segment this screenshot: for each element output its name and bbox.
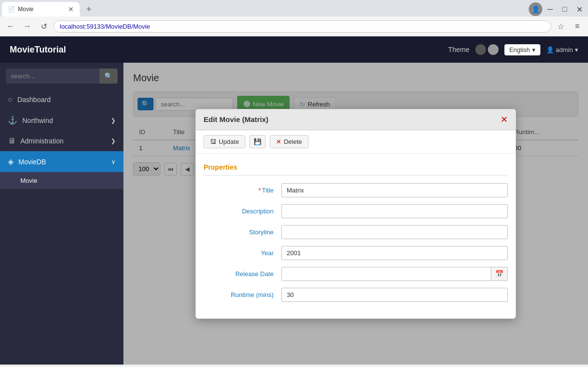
chevron-right-icon: ❯ — [111, 117, 116, 124]
release-date-field-label: Release Date — [204, 270, 281, 278]
tab-title: Movie — [18, 6, 34, 13]
search-icon: 🔍 — [104, 72, 113, 80]
title-field[interactable] — [281, 183, 508, 197]
new-tab-button[interactable]: + — [82, 2, 96, 17]
form-row-title: Title — [204, 183, 508, 197]
address-input[interactable] — [60, 23, 545, 30]
modal-toolbar: 🖫 Update 💾 ✕ Delete — [196, 130, 516, 154]
modal-close-button[interactable]: ✕ — [501, 114, 508, 125]
save-button[interactable]: 💾 — [249, 135, 266, 148]
sidebar-item-label: Administration — [20, 137, 64, 145]
sidebar-item-administration[interactable]: 🖥 Administration ❯ — [0, 131, 123, 151]
sidebar-item-movie[interactable]: Movie — [0, 172, 123, 189]
theme-light-button[interactable] — [488, 44, 499, 55]
user-menu[interactable]: 👤 admin ▾ — [546, 46, 578, 53]
chevron-right-icon: ❯ — [111, 138, 116, 144]
storyline-field[interactable] — [281, 225, 508, 239]
browser-tab[interactable]: 📄 Movie ✕ — [2, 2, 80, 17]
language-label: English — [509, 46, 530, 53]
bookmark-button[interactable]: ☆ — [554, 19, 568, 33]
dashboard-icon: ○ — [8, 95, 13, 104]
form-row-year: Year — [204, 246, 508, 260]
sidebar: 🔍 ○ Dashboard ⚓ Northwind ❯ 🖥 Administra… — [0, 63, 123, 365]
description-field-label: Description — [204, 208, 281, 215]
main-content: Movie 🔍 ⊕ New Movie ↻ Refresh — [123, 63, 588, 365]
northwind-icon: ⚓ — [8, 116, 17, 125]
sidebar-search-button[interactable]: 🔍 — [100, 69, 118, 84]
user-icon: 👤 — [546, 46, 554, 53]
chevron-down-icon: ∨ — [111, 158, 116, 165]
description-field[interactable] — [281, 204, 508, 218]
window-minimize-button[interactable]: ─ — [543, 2, 557, 16]
menu-button[interactable]: ≡ — [571, 19, 584, 33]
theme-label: Theme — [448, 46, 469, 53]
sidebar-item-moviedb[interactable]: ◈ MovieDB ∨ — [0, 151, 123, 172]
storyline-field-label: Storyline — [204, 228, 281, 236]
language-arrow-icon: ▾ — [532, 46, 536, 53]
tab-icon: 📄 — [8, 6, 15, 13]
sidebar-search-input[interactable] — [6, 69, 100, 84]
form-row-description: Description — [204, 204, 508, 218]
calendar-button[interactable]: 📅 — [491, 267, 508, 281]
top-navbar: MovieTutorial Theme English ▾ 👤 admin ▾ — [0, 36, 588, 63]
sidebar-search-container: 🔍 — [0, 63, 123, 89]
address-bar[interactable] — [53, 20, 551, 33]
properties-section-title: Properties — [204, 163, 508, 175]
update-button[interactable]: 🖫 Update — [204, 135, 245, 148]
delete-x-icon: ✕ — [276, 138, 281, 145]
release-date-field[interactable] — [281, 267, 491, 281]
form-row-storyline: Storyline — [204, 225, 508, 239]
form-row-runtime: Runtime (mins) — [204, 288, 508, 302]
administration-icon: 🖥 — [8, 137, 16, 145]
modal-header: Edit Movie (Matrix) ✕ — [196, 109, 516, 130]
back-button[interactable]: ← — [4, 19, 17, 33]
theme-dark-button[interactable] — [475, 44, 486, 55]
delete-label: Delete — [284, 138, 302, 145]
form-row-release-date: Release Date 📅 — [204, 267, 508, 281]
save-icon: 💾 — [254, 138, 261, 145]
sidebar-item-label: MovieDB — [18, 158, 46, 166]
sidebar-item-northwind[interactable]: ⚓ Northwind ❯ — [0, 110, 123, 131]
brand-logo: MovieTutorial — [10, 45, 448, 55]
user-label: admin — [556, 46, 573, 53]
modal-body: Properties Title Description Storyline — [196, 154, 516, 318]
year-field[interactable] — [281, 246, 508, 260]
sidebar-item-dashboard[interactable]: ○ Dashboard — [0, 89, 123, 110]
sidebar-item-label: Northwind — [22, 117, 53, 124]
sidebar-item-label: Dashboard — [17, 96, 51, 104]
language-selector[interactable]: English ▾ — [504, 44, 540, 55]
window-user-icon: 👤 — [529, 2, 542, 16]
delete-button[interactable]: ✕ Delete — [270, 135, 309, 148]
modal-overlay: Edit Movie (Matrix) ✕ 🖫 Update 💾 ✕ — [123, 63, 588, 365]
title-field-label: Title — [204, 187, 281, 194]
reload-button[interactable]: ↺ — [37, 19, 51, 33]
modal-title: Edit Movie (Matrix) — [204, 115, 268, 123]
window-maximize-button[interactable]: □ — [558, 2, 571, 16]
update-label: Update — [219, 138, 239, 145]
update-icon: 🖫 — [210, 138, 216, 145]
forward-button[interactable]: → — [20, 19, 34, 33]
sidebar-sub-item-label: Movie — [20, 177, 37, 184]
user-arrow-icon: ▾ — [575, 46, 578, 53]
runtime-field-label: Runtime (mins) — [204, 291, 281, 298]
window-close-button[interactable]: ✕ — [572, 2, 586, 16]
moviedb-icon: ◈ — [8, 157, 14, 166]
runtime-field[interactable] — [281, 288, 508, 302]
year-field-label: Year — [204, 249, 281, 257]
edit-movie-modal: Edit Movie (Matrix) ✕ 🖫 Update 💾 ✕ — [195, 109, 516, 319]
tab-close-button[interactable]: ✕ — [68, 5, 74, 13]
